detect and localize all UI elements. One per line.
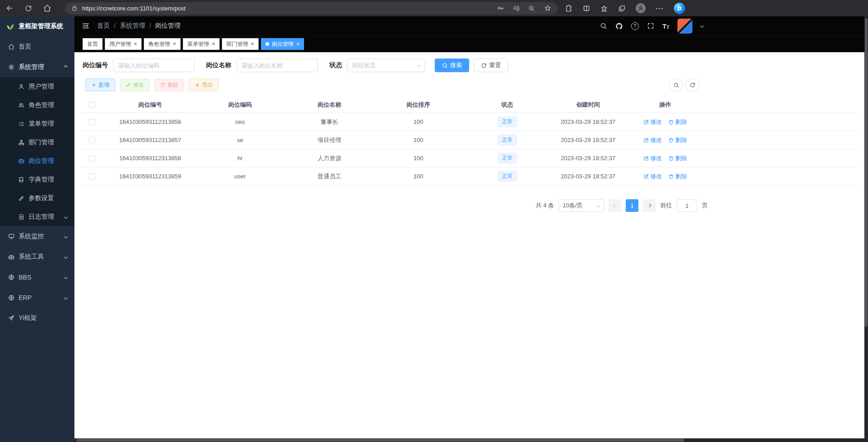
row-edit-link[interactable]: 修改 [643, 154, 662, 162]
tab-menu-management[interactable]: 菜单管理 × [183, 38, 220, 50]
sidebar-item-param-settings[interactable]: 参数设置 [0, 189, 74, 207]
sidebar-item-role-management[interactable]: 角色管理 [0, 96, 74, 114]
extensions-icon[interactable] [565, 5, 573, 12]
site-info-icon[interactable] [71, 5, 78, 11]
toggle-search-button[interactable] [669, 78, 683, 92]
github-icon[interactable] [615, 22, 623, 30]
address-bar[interactable]: https://ccnetcore.com:1101/system/post A… [65, 2, 558, 15]
refresh-icon [481, 63, 487, 69]
tab-user-management[interactable]: 用户管理 × [105, 38, 142, 50]
sidebar-item-user-management[interactable]: 用户管理 [0, 77, 74, 96]
browser-more-icon[interactable]: ··· [656, 5, 664, 12]
password-key-icon[interactable] [497, 5, 504, 12]
row-edit-link[interactable]: 修改 [643, 118, 662, 126]
fullscreen-icon[interactable] [647, 22, 654, 29]
copilot-icon[interactable]: b [674, 3, 685, 14]
next-page-button[interactable] [643, 199, 656, 212]
tab-post-management[interactable]: 岗位管理 × [261, 38, 304, 50]
row-edit-link[interactable]: 修改 [643, 136, 662, 144]
browser-profile-avatar[interactable] [636, 3, 646, 13]
row-checkbox[interactable] [89, 119, 95, 125]
sidebar-item-label: 参数设置 [29, 194, 54, 202]
browser-home-icon[interactable] [43, 4, 51, 12]
post-name-input[interactable] [236, 59, 318, 72]
row-delete-link[interactable]: 删除 [668, 154, 687, 162]
row-edit-link[interactable]: 修改 [643, 172, 662, 181]
row-delete-link[interactable]: 删除 [668, 118, 687, 126]
search-button[interactable]: 搜索 [435, 59, 469, 72]
split-screen-icon[interactable] [583, 5, 590, 12]
font-size-icon[interactable]: TT [662, 22, 669, 30]
tab-close-icon[interactable]: × [212, 41, 215, 47]
row-checkbox[interactable] [89, 137, 95, 143]
breadcrumb-home[interactable]: 首页 [97, 22, 110, 30]
status-select[interactable]: 岗位状态 [347, 59, 425, 72]
browser-refresh-icon[interactable] [25, 5, 32, 12]
row-checkbox[interactable] [89, 173, 95, 180]
row-delete-link[interactable]: 删除 [668, 172, 687, 181]
sidebar-collapse-icon[interactable] [82, 22, 90, 30]
tab-role-management[interactable]: 角色管理 × [144, 38, 181, 50]
sidebar-item-bbs[interactable]: BBS [0, 267, 74, 287]
header-search-icon[interactable] [600, 22, 607, 29]
sidebar-item-menu-management[interactable]: 菜单管理 [0, 114, 74, 133]
post-code-input[interactable] [113, 59, 195, 72]
delete-button-disabled[interactable]: 删除 [154, 79, 184, 91]
row-delete-link[interactable]: 删除 [668, 136, 687, 144]
row-checkbox[interactable] [89, 155, 95, 162]
sidebar-item-log-management[interactable]: 日志管理 [0, 207, 74, 226]
breadcrumb-system[interactable]: 系统管理 [120, 22, 145, 30]
reset-button[interactable]: 重置 [474, 59, 508, 72]
app-logo[interactable]: 意框架管理系统 [0, 16, 74, 36]
page-1-button[interactable]: 1 [626, 199, 638, 212]
vertical-scrollbar-thumb[interactable] [865, 18, 868, 327]
tab-close-icon[interactable]: × [134, 41, 137, 47]
goto-page-input[interactable] [677, 199, 697, 212]
edit-button-disabled[interactable]: 修改 [120, 79, 150, 91]
add-favorite-icon[interactable] [544, 5, 551, 12]
search-icon [442, 63, 448, 69]
page-size-select[interactable]: 10条/页 [559, 199, 604, 212]
select-all-checkbox[interactable] [89, 102, 95, 108]
col-post-id: 岗位编号 [105, 101, 195, 109]
add-button[interactable]: 新增 [85, 79, 115, 91]
zoom-out-icon[interactable] [528, 5, 535, 12]
sidebar-item-dict-management[interactable]: 字典管理 [0, 170, 74, 189]
sidebar-item-system-management[interactable]: 系统管理 [0, 57, 74, 77]
sidebar-item-post-management[interactable]: 岗位管理 [0, 152, 74, 170]
app-window: 意框架管理系统 首页 系统管理 用户管理 角色管理 [0, 16, 868, 442]
favorites-icon[interactable] [600, 5, 608, 12]
horizontal-scrollbar[interactable] [74, 438, 864, 442]
user-avatar[interactable] [677, 19, 692, 34]
sidebar-item-home[interactable]: 首页 [0, 36, 74, 57]
tab-close-icon[interactable]: × [251, 41, 254, 47]
tab-home[interactable]: 首页 [83, 38, 103, 50]
url-text[interactable]: https://ccnetcore.com:1101/system/post [82, 5, 186, 12]
chevron-down-icon [64, 215, 68, 218]
sidebar-item-system-tools[interactable]: 系统工具 [0, 246, 74, 267]
help-icon[interactable]: ? [631, 22, 639, 30]
avatar-caret-icon[interactable] [700, 24, 704, 28]
tab-dept-management[interactable]: 部门管理 × [222, 38, 259, 50]
refresh-table-button[interactable] [686, 78, 699, 92]
prev-page-button[interactable] [608, 199, 621, 212]
tab-label: 首页 [87, 40, 98, 48]
vertical-scrollbar[interactable] [864, 16, 868, 442]
collections-icon[interactable] [618, 5, 626, 12]
cell-created: 2023-03-29 18:52:37 [552, 173, 624, 180]
cell-post-sort: 100 [374, 137, 463, 143]
horizontal-scrollbar-thumb[interactable] [76, 439, 684, 442]
export-button[interactable]: 导出 [189, 79, 219, 91]
sidebar-item-dept-management[interactable]: 部门管理 [0, 133, 74, 152]
edit-icon [643, 138, 649, 143]
status-badge: 正常 [498, 117, 517, 127]
browser-back-icon[interactable] [5, 4, 14, 12]
sidebar-item-erp[interactable]: ERP [0, 287, 74, 308]
tab-close-icon[interactable]: × [173, 41, 176, 47]
sidebar-item-system-monitor[interactable]: 系统监控 [0, 226, 74, 246]
read-aloud-icon[interactable]: A)) [513, 5, 519, 11]
sidebar-item-yi-framework[interactable]: Yi框架 [0, 308, 74, 328]
edit-icon [18, 195, 25, 201]
sidebar-item-label: ERP [19, 294, 32, 301]
tab-close-icon[interactable]: × [296, 41, 299, 47]
